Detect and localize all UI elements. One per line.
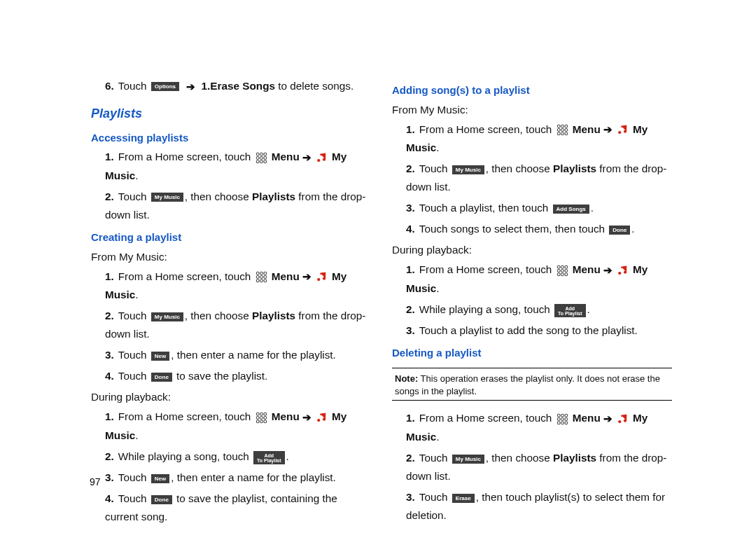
step: 3.Touch a playlist, then touch Add Songs…: [406, 199, 672, 217]
step: 2.While playing a song, touch AddTo Play…: [406, 300, 672, 319]
note-box: Note: This operation erases the playlist…: [392, 368, 672, 401]
label-during-playback: During playback:: [392, 241, 672, 259]
done-button: Done: [151, 373, 172, 382]
step: 3.Touch New, then enter a name for the p…: [105, 469, 371, 487]
heading-accessing: Accessing playlists: [91, 129, 371, 147]
new-button: New: [151, 352, 169, 361]
step: 1.From a Home screen, touch Menu➔ My Mus…: [105, 268, 371, 305]
music-notes-icon: [316, 152, 328, 164]
my-music-button: My Music: [151, 312, 183, 321]
menu-grid-icon: [255, 271, 267, 283]
step: 2.Touch My Music, then choose Playlists …: [105, 188, 371, 224]
arrow-icon: ➔: [186, 78, 195, 96]
arrow-icon: ➔: [302, 148, 312, 167]
label-from-my-music: From My Music:: [392, 101, 672, 119]
text: to delete songs.: [275, 80, 354, 92]
my-music-button: My Music: [151, 193, 183, 202]
label-from-my-music: From My Music:: [91, 248, 371, 266]
text: Touch: [118, 80, 150, 92]
arrow-icon: ➔: [603, 410, 612, 428]
step: 2.Touch My Music, then choose Playlists …: [406, 160, 672, 196]
step: 4.Touch songs to select them, then touch…: [406, 220, 672, 238]
done-button: Done: [609, 226, 630, 235]
add-songs-button: Add Songs: [553, 205, 589, 214]
my-music-button: My Music: [452, 165, 484, 174]
note-label: Note:: [395, 373, 418, 384]
note-body: This operation erases the playlist only.…: [395, 373, 660, 396]
step: 1.From a Home screen, touch Menu➔ My Mus…: [406, 409, 672, 446]
step-6: 6.Touch Options ➔ 1.Erase Songs to delet…: [105, 77, 371, 96]
arrow-icon: ➔: [603, 120, 612, 139]
done-button: Done: [151, 495, 172, 504]
step: 3.Touch New, then enter a name for the p…: [105, 346, 371, 364]
my-music-button: My Music: [452, 455, 484, 464]
menu-grid-icon: [255, 152, 267, 164]
new-button: New: [151, 474, 169, 483]
step: 3.Touch Erase, then touch playlist(s) to…: [406, 488, 672, 525]
step: 2.While playing a song, touch AddTo Play…: [105, 448, 371, 466]
add-to-playlist-button: AddTo Playlist: [554, 304, 586, 317]
section-playlists: Playlists: [91, 103, 371, 125]
right-column: Adding song(s) to a playlist From My Mus…: [392, 77, 672, 529]
step: 1.From a Home screen, touch Menu➔ My Mus…: [105, 408, 371, 445]
menu-grid-icon: [556, 124, 568, 136]
music-notes-icon: [617, 265, 629, 277]
erase-button: Erase: [452, 494, 475, 503]
text: 1.Erase Songs: [198, 80, 275, 92]
step: 2.Touch My Music, then choose Playlists …: [406, 449, 672, 485]
arrow-icon: ➔: [302, 408, 312, 427]
step: 1.From a Home screen, touch Menu➔ My Mus…: [105, 148, 371, 185]
heading-adding: Adding song(s) to a playlist: [392, 81, 672, 99]
arrow-icon: ➔: [302, 268, 312, 286]
left-column: 6.Touch Options ➔ 1.Erase Songs to delet…: [91, 77, 371, 529]
arrow-icon: ➔: [603, 261, 612, 279]
label-during-playback: During playback:: [91, 388, 371, 406]
music-notes-icon: [316, 271, 328, 283]
music-notes-icon: [617, 124, 629, 136]
step: 4.Touch Done to save the playlist, conta…: [105, 490, 371, 526]
heading-creating: Creating a playlist: [91, 228, 371, 247]
page-number: 97: [90, 476, 101, 487]
add-to-playlist-button: AddTo Playlist: [253, 451, 285, 464]
step: 1.From a Home screen, touch Menu➔ My Mus…: [406, 261, 672, 298]
menu-grid-icon: [556, 265, 568, 277]
music-notes-icon: [617, 413, 629, 425]
options-button: Options: [151, 82, 179, 91]
step: 1.From a Home screen, touch Menu➔ My Mus…: [406, 120, 672, 158]
menu-grid-icon: [556, 413, 568, 425]
step: 3.Touch a playlist to add the song to th…: [406, 321, 672, 340]
step: 2.Touch My Music, then choose Playlists …: [105, 307, 371, 343]
menu-grid-icon: [255, 412, 267, 424]
heading-deleting: Deleting a playlist: [392, 344, 672, 362]
music-notes-icon: [316, 412, 328, 424]
step: 4.Touch Done to save the playlist.: [105, 367, 371, 385]
